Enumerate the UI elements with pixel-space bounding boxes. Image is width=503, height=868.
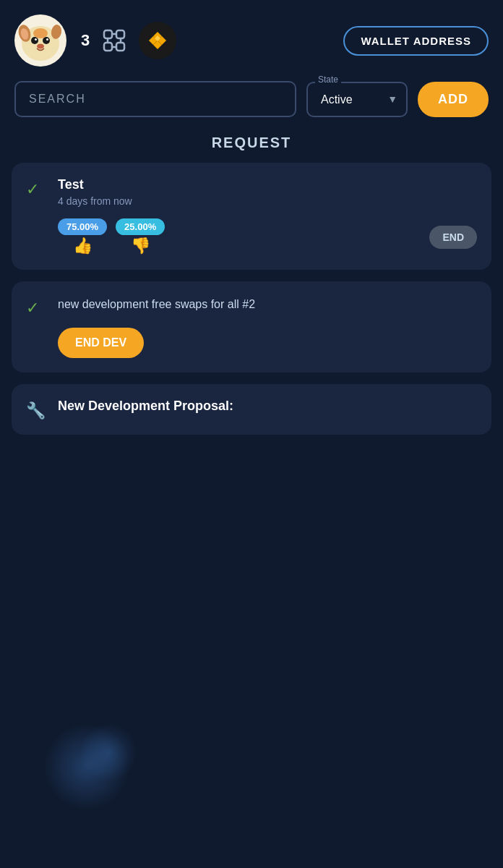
card-title-2: new development free swaps for all #2 — [58, 296, 477, 313]
vote-no-pct: 25.00% — [116, 218, 165, 235]
svg-point-7 — [46, 38, 48, 41]
section-title: REQUEST — [0, 135, 503, 151]
logo-avatar — [14, 14, 66, 67]
svg-point-8 — [37, 44, 44, 49]
svg-rect-12 — [104, 43, 112, 51]
header-count: 3 — [81, 31, 90, 50]
list-item: ✓ new development free swaps for all #2 … — [12, 281, 491, 373]
card-subtitle-1: 4 days from now — [58, 195, 477, 207]
search-input[interactable] — [14, 81, 296, 117]
end-dev-button[interactable]: END DEV — [58, 328, 144, 358]
decorative-blob-1 — [43, 723, 130, 810]
end-button[interactable]: END — [429, 226, 477, 249]
checkmark-icon: ✓ — [26, 177, 46, 199]
cards-container: ✓ Test 4 days from now 75.00% 👍 25.00% 👎… — [0, 163, 503, 435]
filter-row: State Active Inactive Completed ▼ ADD — [0, 81, 503, 135]
vote-yes-pct: 75.00% — [58, 218, 107, 235]
svg-rect-13 — [116, 43, 124, 51]
list-item: ✓ Test 4 days from now 75.00% 👍 25.00% 👎… — [12, 163, 491, 270]
svg-rect-11 — [116, 30, 124, 38]
token-icon[interactable] — [139, 22, 176, 59]
card-title-3: New Development Proposal: — [58, 399, 477, 414]
vote-yes-badge: 75.00% 👍 — [58, 218, 107, 255]
wallet-address-button[interactable]: WALLET ADDRESS — [343, 26, 489, 56]
card-body-3: New Development Proposal: — [58, 399, 477, 417]
svg-point-4 — [31, 37, 38, 44]
svg-point-9 — [33, 28, 48, 38]
checkmark-icon: ✓ — [26, 296, 46, 318]
add-button[interactable]: ADD — [418, 82, 489, 117]
command-icon[interactable] — [98, 25, 130, 56]
card-body-2: new development free swaps for all #2 EN… — [58, 296, 477, 358]
state-select-wrapper: State Active Inactive Completed ▼ — [306, 82, 408, 117]
dog-logo-icon — [17, 17, 64, 64]
list-item: 🔧 New Development Proposal: — [12, 384, 491, 435]
vote-no-badge: 25.00% 👎 — [116, 218, 165, 255]
decorative-blob-2 — [79, 723, 137, 781]
card-body-1: Test 4 days from now 75.00% 👍 25.00% 👎 E… — [58, 177, 477, 255]
vote-row-1: 75.00% 👍 25.00% 👎 END — [58, 218, 477, 255]
state-label: State — [315, 75, 341, 85]
thumbs-up-icon[interactable]: 👍 — [73, 237, 93, 255]
state-select[interactable]: Active Inactive Completed — [306, 82, 408, 117]
svg-point-5 — [43, 37, 50, 44]
svg-rect-10 — [104, 30, 112, 38]
page-wrapper: 3 — [0, 0, 503, 868]
header: 3 — [0, 0, 503, 81]
thumbs-down-icon[interactable]: 👎 — [131, 237, 150, 255]
svg-point-6 — [35, 38, 37, 41]
wrench-icon: 🔧 — [26, 399, 46, 420]
card-title-1: Test — [58, 177, 477, 192]
